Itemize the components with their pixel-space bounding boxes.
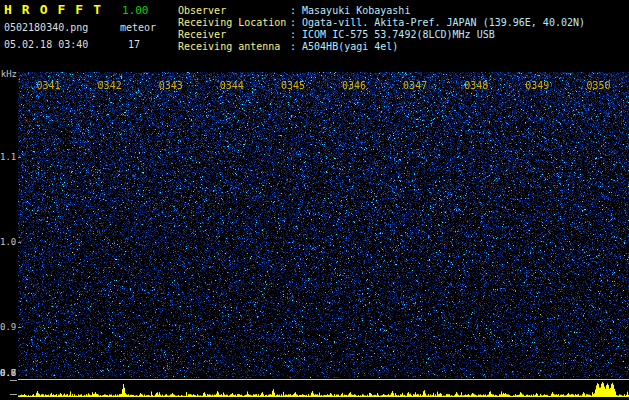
time-tick-label: 0342 [98,80,122,91]
time-tick-label: 0349 [525,80,549,91]
info-value: : Ogata-vill. Akita-Pref. JAPAN (139.96E… [290,17,585,28]
info-label: Observer [178,5,290,17]
info-label: Receiving Location [178,17,290,29]
hrofft-spectrogram-window: HROFFT 1.00 0502180340.png meteor 05.02.… [0,0,629,400]
time-tick-label: 0345 [281,80,305,91]
freq-tick-label: 1.0 [0,237,16,247]
output-filename: 0502180340.png [4,22,88,33]
info-label: Receiver [178,29,290,41]
app-version: 1.00 [122,4,149,17]
station-info-row: Observer: Masayuki Kobayashi [178,5,585,17]
observation-datetime: 05.02.18 03:40 [4,39,88,50]
freq-tick-label: 0.6 [0,368,16,378]
noise-level-canvas [18,378,629,400]
time-tick-label: 0350 [586,80,610,91]
time-tick-label: 0347 [403,80,427,91]
station-info-block: Observer: Masayuki KobayashiReceiving Lo… [178,5,585,53]
time-tick-label: 0346 [342,80,366,91]
noise-scale-tick-bottom [10,394,17,395]
echo-count: 17 [128,39,140,50]
info-value: : ICOM IC-575 53.7492(8LCD)MHz USB [290,29,495,40]
time-tick-label: 0341 [37,80,61,91]
frequency-axis-unit: kHz [0,69,17,79]
info-value: : A504HB(yagi 4el) [290,41,398,52]
spectrogram-canvas [18,72,629,378]
station-info-row: Receiver: ICOM IC-575 53.7492(8LCD)MHz U… [178,29,585,41]
freq-tick-label: 0.9 [0,322,16,332]
app-title: HROFFT [4,2,111,17]
station-info-row: Receiving antenna: A504HB(yagi 4el) [178,41,585,53]
station-info-row: Receiving Location: Ogata-vill. Akita-Pr… [178,17,585,29]
mode-label: meteor [120,22,156,33]
noise-scale-tick-top [10,380,17,381]
info-label: Receiving antenna [178,41,290,53]
time-tick-label: 0343 [159,80,183,91]
freq-tick-label: 1.1 [0,152,16,162]
info-value: : Masayuki Kobayashi [290,5,410,16]
time-tick-label: 0348 [464,80,488,91]
time-tick-label: 0344 [220,80,244,91]
